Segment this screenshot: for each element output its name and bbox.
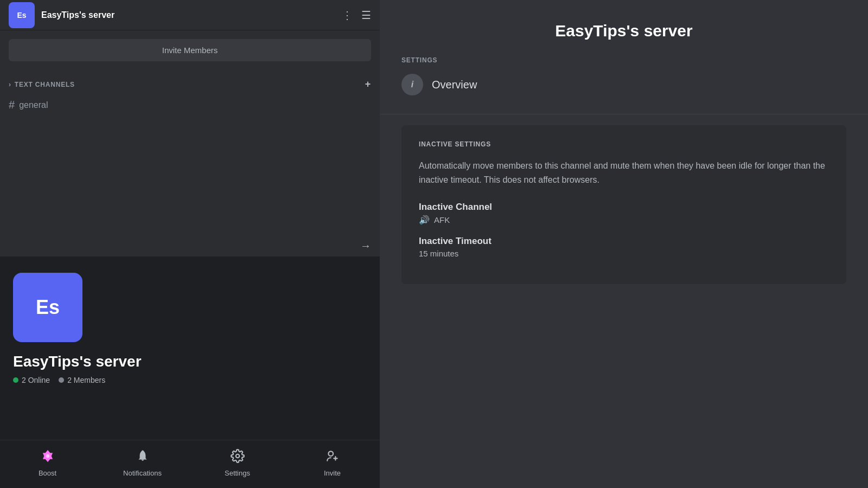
action-settings[interactable]: Settings [216, 449, 259, 477]
overview-row[interactable]: i Overview [401, 68, 846, 101]
svg-point-0 [46, 454, 49, 458]
inactive-settings-title: INACTIVE SETTINGS [419, 140, 829, 148]
left-panel: Es EasyTips's server ⋮ ☰ Invite Members … [0, 0, 380, 488]
stat-members: 2 Members [59, 376, 105, 384]
settings-label: Settings [225, 469, 250, 477]
server-icon-large-abbr: Es [36, 296, 60, 319]
top-bar: Es EasyTips's server ⋮ ☰ [0, 0, 380, 30]
stat-online: 2 Online [13, 376, 50, 384]
server-icon-abbr: Es [17, 11, 26, 20]
inactive-channel-value: AFK [434, 215, 450, 224]
info-i-text: i [411, 80, 413, 89]
info-circle-icon: i [401, 74, 423, 95]
right-panel-title: EasyTips's server [401, 22, 846, 40]
menu-icon[interactable]: ☰ [361, 9, 371, 22]
invite-members-button[interactable]: Invite Members [9, 39, 371, 61]
notifications-label: Notifications [123, 469, 162, 477]
inactive-channel-label: Inactive Channel [419, 202, 829, 213]
server-icon-small: Es [9, 2, 35, 28]
top-bar-icons: ⋮ ☰ [342, 9, 371, 22]
inactive-timeout-row: Inactive Timeout 15 minutes [419, 236, 829, 258]
action-notifications[interactable]: Notifications [121, 449, 164, 477]
server-name-large: EasyTips's server [13, 353, 367, 370]
right-arrow-area: → [0, 235, 380, 256]
invite-area: Invite Members [0, 30, 380, 70]
notifications-icon [136, 449, 150, 467]
invite-label: Invite [324, 469, 341, 477]
channel-item-general[interactable]: # general [0, 94, 380, 115]
inactive-settings-desc: Automatically move members to this chann… [419, 159, 829, 187]
inactive-channel-row: Inactive Channel 🔊 AFK [419, 202, 829, 225]
svg-point-1 [235, 454, 239, 458]
online-dot [13, 377, 18, 383]
online-count: 2 Online [22, 376, 50, 384]
right-panel-header: EasyTips's server SETTINGS i Overview [380, 0, 868, 114]
server-icon-large: Es [13, 273, 82, 342]
settings-icon [231, 449, 245, 467]
channel-hash-icon: # [9, 99, 15, 111]
inactive-timeout-value-row: 15 minutes [419, 249, 829, 258]
action-invite[interactable]: Invite [311, 449, 354, 477]
action-boost[interactable]: Boost [26, 449, 69, 477]
inactive-timeout-value: 15 minutes [419, 249, 458, 258]
speaker-icon: 🔊 [419, 215, 430, 225]
boost-icon [41, 449, 55, 467]
invite-icon [326, 449, 340, 467]
boost-label: Boost [39, 469, 56, 477]
right-arrow-icon: → [360, 240, 371, 252]
top-bar-left: Es EasyTips's server [9, 2, 114, 28]
inactive-channel-value-row: 🔊 AFK [419, 215, 829, 225]
channel-category-label: TEXT CHANNELS [15, 81, 75, 88]
add-channel-icon[interactable]: + [365, 79, 371, 90]
channel-category-text-channels: › TEXT CHANNELS + [0, 74, 380, 94]
more-icon[interactable]: ⋮ [342, 9, 353, 22]
members-dot [59, 377, 64, 383]
server-info-section: Es EasyTips's server 2 Online 2 Members [0, 256, 380, 440]
svg-point-2 [328, 451, 333, 456]
server-stats: 2 Online 2 Members [13, 376, 367, 384]
settings-section-label: SETTINGS [401, 56, 846, 64]
inactive-timeout-label: Inactive Timeout [419, 236, 829, 247]
overview-label: Overview [432, 79, 477, 91]
server-name-top: EasyTips's server [41, 10, 114, 20]
channel-category-label-area: › TEXT CHANNELS [9, 81, 75, 88]
member-count: 2 Members [67, 376, 105, 384]
bottom-action-bar: Boost Notifications Settings [0, 440, 380, 488]
channels-area: › TEXT CHANNELS + # general [0, 70, 380, 235]
inactive-settings-card: INACTIVE SETTINGS Automatically move mem… [401, 125, 846, 284]
right-panel: EasyTips's server SETTINGS i Overview IN… [380, 0, 868, 488]
channel-name-general: general [19, 100, 48, 110]
channel-category-chevron: › [9, 81, 11, 88]
